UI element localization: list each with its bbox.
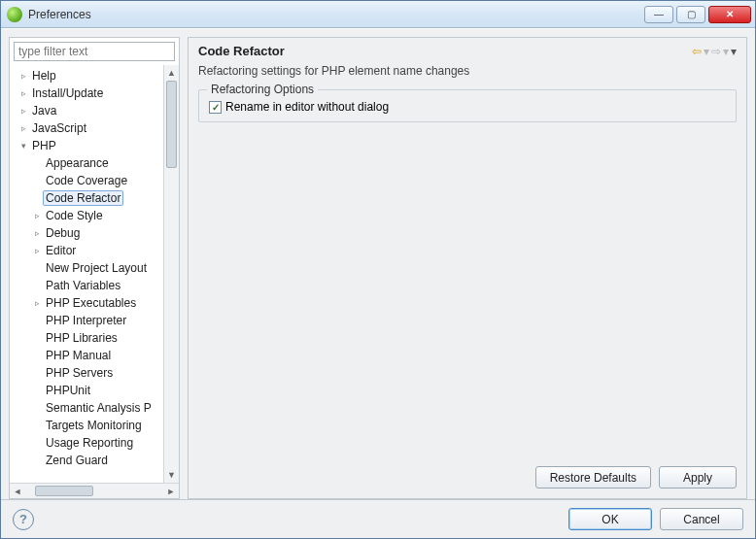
tree-item-label: PHP Interpreter (43, 313, 129, 328)
titlebar: Preferences — ▢ ✕ (1, 1, 755, 28)
tree-item-label: Code Style (43, 208, 106, 223)
expand-icon[interactable]: ▹ (31, 246, 43, 255)
spacer (189, 126, 746, 460)
tree-item[interactable]: ▹PHP Executables (12, 294, 163, 312)
tree-item-label: Semantic Analysis P (43, 400, 155, 416)
main-area: ▹Help▹Install/Update▹Java▹JavaScript▾PHP… (1, 29, 755, 499)
collapse-icon[interactable]: ▾ (17, 141, 29, 151)
group-title: Refactoring Options (207, 83, 318, 96)
tree-item-label: Help (29, 68, 59, 84)
tree-item[interactable]: Targets Monitoring (12, 417, 163, 434)
tree-item[interactable]: Semantic Analysis P (12, 399, 163, 417)
tree-item[interactable]: Path Variables (12, 277, 163, 294)
tree-item-label: Code Refactor (43, 190, 123, 206)
tree-item-label: Debug (43, 225, 83, 241)
rename-without-dialog-checkbox[interactable]: ✓ (209, 101, 222, 114)
tree-item[interactable]: PHP Servers (12, 364, 163, 382)
tree-item[interactable]: PHP Interpreter (12, 312, 163, 329)
page-button-row: Restore Defaults Apply (189, 460, 746, 498)
nav-menu-icon[interactable]: ▾ (731, 45, 737, 58)
rename-without-dialog-option[interactable]: ✓ Rename in editor without dialog (209, 100, 726, 114)
tree-item[interactable]: Appearance (12, 154, 163, 172)
cancel-button[interactable]: Cancel (660, 508, 743, 530)
page-nav: ⇦ ▾ ⇨ ▾ ▾ (692, 45, 737, 58)
restore-defaults-button[interactable]: Restore Defaults (535, 466, 651, 488)
expand-icon[interactable]: ▹ (17, 71, 29, 81)
tree-item[interactable]: Zend Guard (12, 452, 163, 469)
tree-item[interactable]: Code Refactor (12, 189, 163, 207)
tree-item-label: Install/Update (29, 85, 106, 101)
tree-item[interactable]: ▹Editor (12, 242, 163, 259)
expand-icon[interactable]: ▹ (17, 123, 29, 133)
nav-forward-icon[interactable]: ⇨ (711, 45, 721, 58)
filter-input[interactable] (14, 42, 175, 61)
right-pane: Code Refactor ⇦ ▾ ⇨ ▾ ▾ Refactoring sett… (188, 37, 747, 499)
page-header: Code Refactor ⇦ ▾ ⇨ ▾ ▾ (189, 38, 746, 62)
tree-item[interactable]: Usage Reporting (12, 434, 163, 452)
tree-item-label: Appearance (43, 155, 112, 171)
tree-item-label: Zend Guard (43, 453, 111, 468)
tree-item-label: Usage Reporting (43, 435, 136, 451)
page-title: Code Refactor (198, 44, 692, 58)
scroll-up-arrow-icon[interactable]: ▲ (164, 65, 179, 81)
left-pane: ▹Help▹Install/Update▹Java▹JavaScript▾PHP… (9, 37, 180, 499)
tree-item-label: Code Coverage (43, 173, 130, 188)
maximize-button[interactable]: ▢ (676, 6, 705, 23)
help-icon[interactable]: ? (13, 509, 34, 530)
tree-item[interactable]: New Project Layout (12, 259, 163, 277)
tree-item[interactable]: PHPUnit (12, 382, 163, 399)
window-controls: — ▢ ✕ (644, 6, 751, 23)
scroll-thumb[interactable] (166, 81, 177, 168)
scroll-track[interactable] (164, 81, 179, 467)
tree-item-label: PHPUnit (43, 383, 93, 398)
tree-item[interactable]: Code Coverage (12, 172, 163, 189)
check-icon: ✓ (212, 102, 220, 113)
tree-item[interactable]: ▹Help (12, 67, 163, 84)
refactoring-options-group: Refactoring Options ✓ Rename in editor w… (198, 89, 737, 122)
ok-button[interactable]: OK (568, 508, 652, 530)
tree-vertical-scrollbar[interactable]: ▲ ▼ (163, 65, 179, 483)
tree-item[interactable]: ▹Java (12, 102, 163, 119)
nav-back-menu-icon[interactable]: ▾ (704, 45, 709, 58)
tree-item[interactable]: PHP Manual (12, 347, 163, 364)
expand-icon[interactable]: ▹ (31, 298, 43, 308)
tree-item-label: PHP Servers (43, 365, 116, 381)
tree-item-label: PHP Libraries (43, 330, 120, 346)
tree-item[interactable]: ▹Code Style (12, 207, 163, 224)
rename-without-dialog-label: Rename in editor without dialog (225, 100, 389, 114)
scroll-left-arrow-icon[interactable]: ◄ (10, 487, 25, 496)
tree-item[interactable]: ▹Debug (12, 224, 163, 242)
expand-icon[interactable]: ▹ (31, 211, 43, 220)
tree-item-label: Targets Monitoring (43, 418, 145, 433)
hscroll-thumb[interactable] (35, 486, 93, 496)
nav-forward-menu-icon[interactable]: ▾ (723, 45, 729, 58)
tree-item[interactable]: PHP Libraries (12, 329, 163, 347)
scroll-down-arrow-icon[interactable]: ▼ (164, 467, 179, 483)
close-button[interactable]: ✕ (708, 6, 751, 23)
apply-button[interactable]: Apply (659, 466, 737, 488)
tree-item-label: PHP (29, 138, 59, 153)
hscroll-track[interactable] (25, 484, 163, 498)
nav-back-icon[interactable]: ⇦ (692, 45, 702, 58)
preference-tree[interactable]: ▹Help▹Install/Update▹Java▹JavaScript▾PHP… (10, 65, 163, 483)
app-icon (7, 7, 22, 22)
tree-item-label: JavaScript (29, 120, 89, 136)
tree-item-label: Path Variables (43, 278, 123, 293)
tree-item-label: PHP Executables (43, 295, 139, 311)
minimize-button[interactable]: — (644, 6, 673, 23)
scroll-right-arrow-icon[interactable]: ► (163, 487, 179, 496)
tree-item[interactable]: ▾PHP (12, 137, 163, 154)
expand-icon[interactable]: ▹ (17, 106, 29, 116)
preferences-window: Preferences — ▢ ✕ ▹Help▹Install/Update▹J… (0, 0, 756, 539)
bottom-bar: ? OK Cancel (1, 499, 755, 538)
expand-icon[interactable]: ▹ (17, 88, 29, 98)
tree-viewport: ▹Help▹Install/Update▹Java▹JavaScript▾PHP… (10, 65, 179, 483)
client-area: ▹Help▹Install/Update▹Java▹JavaScript▾PHP… (1, 28, 755, 538)
tree-item[interactable]: ▹JavaScript (12, 119, 163, 137)
tree-item-label: New Project Layout (43, 260, 150, 276)
tree-item-label: Editor (43, 243, 79, 258)
tree-item-label: PHP Manual (43, 348, 114, 363)
expand-icon[interactable]: ▹ (31, 228, 43, 238)
tree-item[interactable]: ▹Install/Update (12, 84, 163, 102)
tree-horizontal-scrollbar[interactable]: ◄ ► (10, 483, 179, 498)
